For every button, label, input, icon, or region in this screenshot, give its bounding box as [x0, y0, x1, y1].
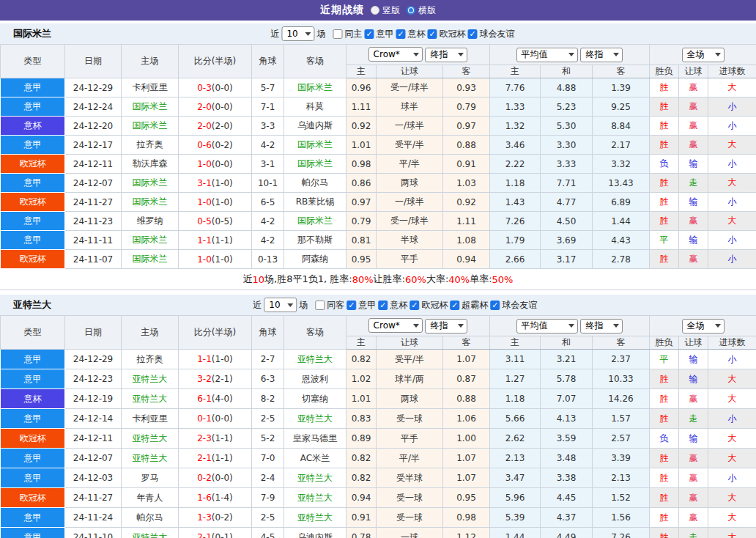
subcolumn-header: 主 — [346, 65, 377, 78]
odds-time-select[interactable]: 终指 — [425, 48, 467, 62]
fulltime-score: 1-6 — [197, 493, 212, 503]
corners: 2-4 — [252, 468, 284, 488]
avg-away: 3.39 — [593, 449, 650, 468]
summary-segment: 60% — [405, 274, 426, 285]
away-team: 帕尔马 — [284, 174, 346, 193]
radio-unchecked-icon[interactable] — [371, 6, 379, 15]
score: 0-6(0-2) — [179, 136, 252, 155]
corners: 5-2 — [252, 429, 284, 449]
avg-draw: 4.37 — [541, 508, 593, 528]
league-filter-checkbox[interactable] — [450, 301, 459, 310]
column-header-3: 比分(半场) — [179, 45, 252, 78]
odds-home: 0.82 — [346, 468, 377, 488]
league-filter-label: 超霸杯 — [462, 299, 488, 312]
avg-home: 5.96 — [490, 488, 541, 508]
avg-home: 5.66 — [490, 409, 541, 429]
subcolumn-header: 让球 — [377, 65, 443, 78]
league-filter-checkbox[interactable] — [410, 301, 419, 310]
halftime-score: (1-0) — [212, 178, 233, 188]
same-venue-checkbox[interactable] — [315, 301, 325, 310]
table-row: 意甲24-11-23维罗纳0-5(0-5)4-2国际米兰0.79受一/球半1.1… — [1, 212, 756, 231]
match-date: 24-11-23 — [65, 212, 122, 231]
corners: 6-5 — [252, 193, 284, 212]
odds-home: 0.91 — [346, 508, 377, 528]
odds-time-select-value: 终指 — [430, 320, 448, 332]
odds-home: 0.97 — [346, 193, 377, 212]
result-outcome: 胜 — [650, 136, 679, 155]
match-filter: 近10场同客意甲意杯欧冠杯超霸杯球会友谊 — [253, 298, 537, 312]
games-count-select[interactable]: 10 — [264, 298, 297, 312]
avg-source-select[interactable]: 平均值 — [516, 48, 578, 62]
layout-option-horizontal[interactable]: 横版 — [407, 4, 436, 17]
league-badge: 欧冠杯 — [1, 250, 65, 269]
section-bar: 国际米兰近10场同主意甲意杯欧冠杯球会友谊 — [0, 23, 756, 44]
result-scope-select[interactable]: 全场 — [682, 319, 724, 334]
score: 0-1(0-0) — [179, 409, 252, 429]
odds-home: 1.01 — [346, 136, 377, 155]
fulltime-score: 2-0 — [197, 102, 212, 112]
titlebar: 近期战绩 竖版 横版 — [0, 0, 756, 22]
result-scope-select-value: 全场 — [687, 320, 705, 332]
corners: 3-3 — [252, 117, 284, 136]
odds-away: 1.00 — [443, 429, 490, 449]
avg-time-select[interactable]: 终指 — [580, 48, 623, 62]
league-filter-checkbox[interactable] — [396, 29, 405, 39]
avg-time-select-value: 终指 — [585, 48, 603, 61]
avg-source-select[interactable]: 平均值 — [516, 319, 578, 334]
avg-home: 1.33 — [490, 97, 541, 117]
league-filter-checkbox[interactable] — [427, 29, 437, 39]
filter-prefix-label: 近 — [270, 28, 279, 40]
away-team: 恩波利 — [284, 369, 346, 389]
result-handicap: 走 — [679, 409, 708, 429]
halftime-score: (2-0) — [212, 121, 233, 131]
results-table: 类型日期主场比分(半场)角球客场Crow* 终指平均值 终指全场主让球客主和客胜… — [0, 315, 756, 538]
home-team: 国际米兰 — [122, 231, 179, 250]
table-row: 意甲24-12-14卡利亚里0-1(0-0)2-5亚特兰大0.83受一球1.06… — [1, 409, 756, 429]
odds-source-select[interactable]: Crow* — [368, 318, 423, 333]
match-date: 24-12-03 — [65, 468, 122, 488]
league-filter-checkbox[interactable] — [467, 29, 477, 39]
table-row: 意甲24-12-23亚特兰大3-2(2-1)6-3恩波利1.02球半/两0.87… — [1, 369, 756, 389]
result-handicap: 赢 — [679, 468, 708, 488]
halftime-score: (1-0) — [212, 197, 233, 207]
league-filter-checkbox[interactable] — [364, 29, 374, 39]
radio-checked-icon[interactable] — [407, 6, 415, 15]
same-venue-checkbox[interactable] — [333, 29, 342, 39]
result-outcome: 胜 — [650, 97, 679, 117]
games-count-select[interactable]: 10 — [281, 26, 314, 41]
league-badge: 欧冠杯 — [1, 193, 65, 212]
games-count-select-value: 10 — [286, 29, 297, 39]
league-filter-checkbox[interactable] — [378, 301, 388, 310]
odds-source-select[interactable]: Crow* — [368, 47, 423, 62]
result-scope-select[interactable]: 全场 — [682, 48, 724, 62]
summary-segment: 让胜率: — [374, 273, 405, 286]
avg-time-select[interactable]: 终指 — [580, 319, 623, 334]
result-outcome: 平 — [650, 231, 679, 250]
result-outcome: 胜 — [650, 250, 679, 269]
result-outcome: 胜 — [650, 488, 679, 508]
same-venue-label: 同主 — [344, 28, 362, 40]
halftime-score: (4-0) — [212, 394, 233, 404]
fulltime-score: 6-1 — [197, 394, 212, 404]
result-handicap: 走 — [679, 174, 708, 193]
match-date: 24-11-10 — [65, 528, 122, 538]
avg-draw: 3.48 — [541, 449, 593, 468]
away-team: 阿森纳 — [284, 250, 346, 269]
league-filter-checkbox[interactable] — [490, 301, 500, 310]
league-filter-label: 欧冠杯 — [421, 299, 448, 312]
table-row: 意甲24-12-29拉齐奥1-1(1-0)2-7亚特兰大0.82受平/半1.07… — [1, 350, 756, 369]
team-name: 亚特兰大 — [13, 298, 51, 312]
away-team: 那不勒斯 — [284, 231, 346, 250]
summary-segment: 80% — [352, 274, 374, 285]
odds-handicap: 受半球 — [377, 468, 443, 488]
avg-home: 3.46 — [490, 136, 541, 155]
match-date: 24-12-29 — [65, 350, 122, 369]
odds-time-select[interactable]: 终指 — [425, 319, 467, 334]
layout-option-vertical[interactable]: 竖版 — [371, 4, 400, 17]
league-filter-label: 意甲 — [376, 28, 393, 40]
chevron-down-icon — [715, 324, 721, 328]
odds-home: 0.83 — [346, 409, 377, 429]
chevron-down-icon — [305, 32, 311, 36]
avg-home: 1.18 — [490, 174, 541, 193]
league-filter-checkbox[interactable] — [346, 301, 356, 310]
